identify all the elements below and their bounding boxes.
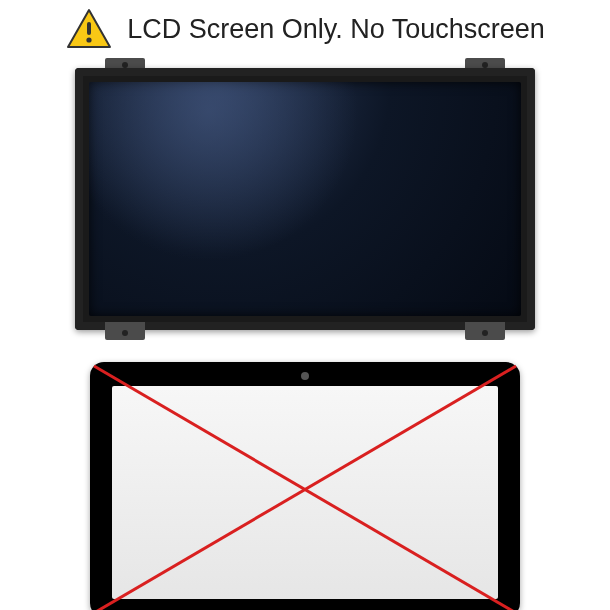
svg-point-1 xyxy=(87,37,92,42)
warning-icon xyxy=(65,8,113,50)
cross-out-icon xyxy=(90,362,520,610)
lcd-screen-image xyxy=(75,58,535,340)
lcd-panel xyxy=(75,68,535,330)
lcd-display-area xyxy=(89,82,521,316)
svg-rect-0 xyxy=(87,22,91,35)
mount-bracket xyxy=(105,322,145,340)
touchscreen-image-crossed xyxy=(90,362,520,610)
mount-bracket xyxy=(465,322,505,340)
warning-text: LCD Screen Only. No Touchscreen xyxy=(127,14,545,45)
warning-header: LCD Screen Only. No Touchscreen xyxy=(65,8,545,50)
